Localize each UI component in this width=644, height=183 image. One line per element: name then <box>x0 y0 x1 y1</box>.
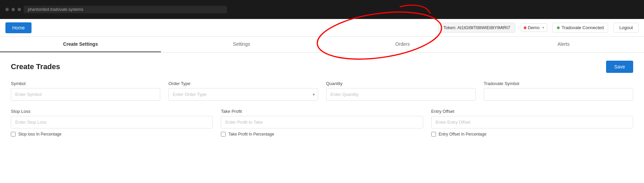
connected-label: Tradovate Connected <box>562 25 604 30</box>
take-profit-percentage-checkbox[interactable] <box>221 132 226 137</box>
take-profit-label: Take Profit <box>221 109 423 114</box>
take-profit-group: Take Profit Take Profit In Percentage <box>221 109 423 137</box>
browser-dot-3 <box>18 8 21 11</box>
page-title: Create Trades <box>11 62 60 71</box>
entry-offset-group: Entry Offset Entry Offset In Percentage <box>431 109 633 137</box>
stop-loss-input[interactable] <box>11 116 213 128</box>
entry-offset-percentage-checkbox[interactable] <box>431 132 436 137</box>
chevron-down-icon: ▾ <box>542 26 544 29</box>
token-display: Token: At1tGt9tTt8tWtEt8tYtMtRt7 <box>438 23 515 33</box>
order-type-select[interactable]: Enter Order Type <box>168 88 318 101</box>
tradovate-symbol-group: Tradovate Symbol NQH2 <box>484 81 633 101</box>
entry-offset-label: Entry Offset <box>431 109 633 114</box>
entry-offset-input[interactable] <box>431 116 633 128</box>
browser-bar: phantombot.tradovate.systems <box>0 0 644 19</box>
home-button[interactable]: Home <box>5 22 32 33</box>
symbol-input[interactable] <box>11 88 160 101</box>
stop-loss-checkbox-row: Stop loss In Percentage <box>11 132 213 137</box>
stop-loss-label: Stop Loss <box>11 109 213 114</box>
demo-label: Demo <box>528 25 540 30</box>
stop-loss-percentage-label: Stop loss In Percentage <box>18 132 61 137</box>
save-button[interactable]: Save <box>606 61 633 73</box>
take-profit-input[interactable] <box>221 116 423 128</box>
entry-offset-checkbox-row: Entry Offset In Percentage <box>431 132 633 137</box>
demo-status-dot <box>524 26 526 29</box>
form-row-1: Symbol Order Type Enter Order Type ▾ Qua… <box>11 81 633 101</box>
take-profit-percentage-label: Take Profit In Percentage <box>228 132 274 137</box>
page-header: Create Trades Save <box>11 61 633 73</box>
take-profit-checkbox-row: Take Profit In Percentage <box>221 132 423 137</box>
browser-url[interactable]: phantombot.tradovate.systems <box>24 6 227 13</box>
quantity-label: Quantity <box>326 81 476 86</box>
tab-create-settings[interactable]: Create Settings <box>0 37 161 52</box>
quantity-group: Quantity <box>326 81 476 101</box>
symbol-label: Symbol <box>11 81 160 86</box>
stop-loss-group: Stop Loss Stop loss In Percentage <box>11 109 213 137</box>
symbol-group: Symbol <box>11 81 160 101</box>
form-row-2: Stop Loss Stop loss In Percentage Take P… <box>11 109 633 137</box>
tradovate-symbol-input[interactable]: NQH2 <box>484 88 633 101</box>
quantity-input[interactable] <box>326 88 476 101</box>
order-type-select-wrapper: Enter Order Type ▾ <box>168 88 318 101</box>
tab-alerts[interactable]: Alerts <box>483 37 644 52</box>
logout-button[interactable]: Logout <box>614 23 639 33</box>
entry-offset-percentage-label: Entry Offset In Percentage <box>439 132 486 137</box>
tab-orders[interactable]: Orders <box>322 37 483 52</box>
tradovate-symbol-label: Tradovate Symbol <box>484 81 633 86</box>
connected-dot <box>557 26 560 29</box>
nav-tabs: Create Settings Settings Orders Alerts <box>0 37 644 53</box>
browser-dot-2 <box>12 8 15 11</box>
tab-settings[interactable]: Settings <box>161 37 322 52</box>
connected-badge: Tradovate Connected <box>553 23 608 33</box>
stop-loss-percentage-checkbox[interactable] <box>11 132 16 137</box>
browser-dot-1 <box>5 8 9 11</box>
order-type-group: Order Type Enter Order Type ▾ <box>168 81 318 101</box>
demo-selector[interactable]: Demo ▾ <box>521 23 547 32</box>
main-content: Create Trades Save Symbol Order Type Ent… <box>0 53 644 150</box>
order-type-label: Order Type <box>168 81 318 86</box>
app-header: Home Token: At1tGt9tTt8tWtEt8tYtMtRt7 De… <box>0 19 644 37</box>
